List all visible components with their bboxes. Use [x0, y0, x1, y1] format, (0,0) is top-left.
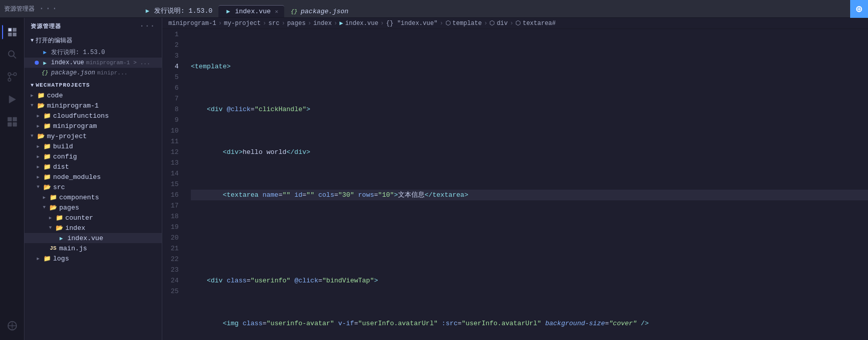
open-editors-toggle[interactable]: ▼ 打开的编辑器 [24, 34, 162, 47]
code-editor[interactable]: 1 2 3 4 5 6 7 8 9 10 11 12 13 14 15 16 1… [162, 29, 868, 340]
activity-extensions[interactable] [2, 112, 22, 132]
sidebar-title: 资源管理器 ··· [24, 18, 162, 34]
breadcrumb-div-icon: ⬡ [489, 19, 494, 27]
folder-green-icon: 📂 [43, 183, 51, 191]
wechatprojects-section: ▼ WECHATPROJECTS ▶ 📁 code ▼ 📂 miniprogra… [24, 78, 162, 264]
activity-remote[interactable] [2, 316, 22, 336]
token: rows [358, 190, 374, 200]
tree-build[interactable]: ▶ 📁 build [24, 141, 162, 151]
chevron-right-icon-10: ▶ [37, 256, 43, 261]
tree-myproject[interactable]: ▼ 📂 my-project [24, 131, 162, 141]
token [239, 318, 243, 329]
token: "cover" [609, 318, 637, 329]
svg-point-3 [8, 79, 11, 82]
folder-icon-2: 📁 [43, 112, 51, 120]
tree-cloudfunctions[interactable]: ▶ 📁 cloudfunctions [24, 111, 162, 121]
modified-dot-icon [35, 61, 39, 65]
token: <textarea [222, 190, 258, 200]
token: "clickHandle" [255, 104, 306, 115]
activity-explorer[interactable] [2, 22, 22, 42]
sidebar-more-button[interactable]: ··· [140, 22, 156, 30]
tree-index-folder[interactable]: ▼ 📂 index [24, 223, 162, 233]
token: </textarea> [425, 190, 468, 200]
code-line-4: <textarea name="" id="" cols="30" rows="… [191, 190, 868, 200]
tree-code[interactable]: ▶ 📁 code [24, 90, 162, 100]
token [438, 318, 442, 329]
breadcrumb-part-5: index [313, 20, 332, 27]
token [314, 190, 318, 200]
chevron-down-icon: ▼ [31, 38, 34, 43]
token: class [242, 318, 262, 329]
tree-components[interactable]: ▶ 📁 components [24, 192, 162, 202]
token: <div> [222, 147, 242, 158]
code-line-3: <div>hello world</div> [191, 147, 868, 158]
tree-dist[interactable]: ▶ 📁 dist [24, 162, 162, 172]
tree-indexvue[interactable]: ▶ index.vue [24, 233, 162, 243]
activity-run[interactable] [2, 89, 22, 110]
activity-source-control[interactable] [2, 67, 22, 87]
chevron-right-icon-2: ▶ [37, 113, 43, 119]
tree-counter[interactable]: ▶ 📁 counter [24, 213, 162, 223]
token: <template> [191, 61, 231, 72]
open-file-index-path: miniprogram-1 > ... [86, 60, 150, 66]
token: "10" [378, 190, 394, 200]
open-file-package[interactable]: {} package.json minipr... [24, 68, 162, 78]
open-file-package-name: package.json [51, 69, 95, 76]
sep-4: › [308, 20, 311, 27]
folder-red-icon: 📁 [43, 142, 51, 150]
sep-7: › [439, 20, 443, 27]
breadcrumb-template-icon: ⬡ [445, 19, 451, 27]
vue-file-icon: ▶ [57, 234, 65, 242]
token: <div [207, 275, 222, 286]
tab-package-json[interactable]: {} package.json [284, 6, 355, 17]
token: > [374, 275, 378, 286]
breadcrumb: miniprogram-1 › my-project › src › pages… [162, 18, 868, 29]
svg-point-5 [8, 73, 11, 76]
folder-open-icon: 📂 [37, 101, 45, 110]
token: <img [222, 318, 238, 329]
tree-config[interactable]: ▶ 📁 config [24, 151, 162, 162]
code-content[interactable]: <template> <div @click="clickHandle"> <d… [187, 29, 868, 340]
editor-area: miniprogram-1 › my-project › src › pages… [162, 18, 868, 340]
chevron-down-icon-4: ▼ [31, 134, 37, 139]
wechat-toggle[interactable]: ▼ WECHATPROJECTS [24, 80, 162, 90]
tree-mainjs[interactable]: JS main.js [24, 243, 162, 253]
token [191, 104, 207, 115]
chevron-down-icon-6: ▼ [43, 205, 49, 210]
token: "" [306, 190, 314, 200]
folder-open-icon-2: 📂 [37, 132, 45, 140]
tree-pages[interactable]: ▼ 📂 pages [24, 202, 162, 213]
tree-miniprogram1[interactable]: ▼ 📂 miniprogram-1 [24, 100, 162, 111]
tab-release[interactable]: ▶ 发行说明: 1.53.0 [138, 4, 218, 17]
token: "userInfo.avatarUrl" [462, 318, 541, 329]
breadcrumb-part-4: pages [287, 20, 306, 27]
tab-close-button[interactable]: ✕ [275, 8, 279, 15]
wechat-label: WECHATPROJECTS [36, 82, 90, 88]
tree-logs[interactable]: ▶ 📁 logs [24, 253, 162, 264]
open-file-index-vue[interactable]: ▶ index.vue miniprogram-1 > ... [24, 58, 162, 68]
token: :src [442, 318, 458, 329]
more-options-button[interactable]: ··· [39, 4, 58, 14]
js-file-icon: JS [49, 244, 57, 252]
breadcrumb-part-2: my-project [224, 20, 261, 27]
open-file-release[interactable]: ▶ 发行说明: 1.53.0 [24, 47, 162, 58]
token: @click [294, 275, 318, 286]
open-editors-label: 打开的编辑器 [36, 36, 72, 45]
breadcrumb-part-9: div [497, 20, 508, 27]
token [354, 190, 358, 200]
token: hello world [242, 147, 286, 158]
activity-search[interactable] [2, 44, 22, 65]
tree-miniprogram[interactable]: ▶ 📁 miniprogram [24, 121, 162, 131]
chevron-right-icon-9: ▶ [49, 215, 55, 221]
token: v-if [338, 318, 354, 329]
token: = [318, 275, 323, 286]
tree-src[interactable]: ▼ 📂 src [24, 182, 162, 192]
account-icon[interactable]: ⊕ [850, 0, 868, 18]
token: = [374, 190, 378, 200]
sidebar-title-text: 资源管理器 [31, 22, 61, 30]
sep-2: › [263, 20, 266, 27]
chevron-down-icon-5: ▼ [37, 185, 43, 190]
tab-index-vue[interactable]: ▶ index.vue ✕ [218, 5, 284, 17]
svg-point-1 [8, 51, 14, 57]
tree-nodemodules[interactable]: ▶ 📁 node_modules [24, 172, 162, 182]
